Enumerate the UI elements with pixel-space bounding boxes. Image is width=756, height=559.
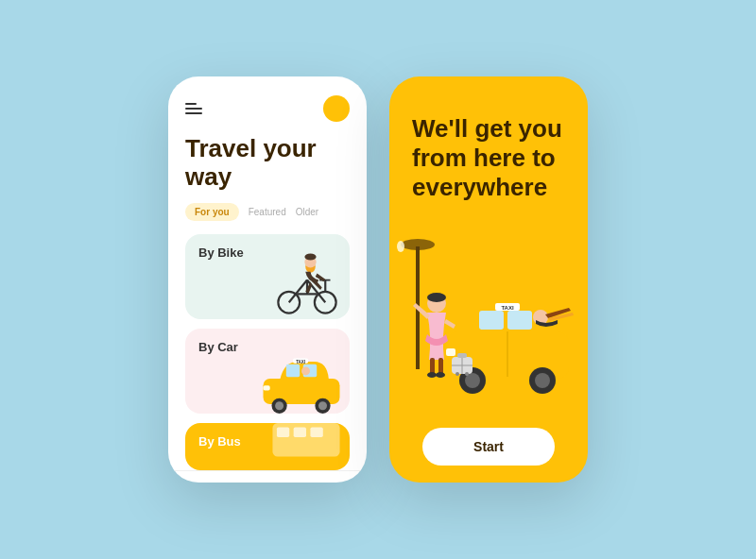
phone-right: We'll get you from here to everywhere: [389, 76, 588, 483]
location-icon: ◎: [285, 481, 299, 483]
nav-location[interactable]: ◎: [285, 481, 299, 483]
tab-for-you[interactable]: For you: [185, 203, 239, 221]
svg-point-15: [275, 401, 284, 410]
right-phone-title: We'll get you from here to everywhere: [412, 114, 565, 203]
cards-area: By Bike: [185, 234, 350, 470]
svg-rect-31: [507, 311, 532, 330]
svg-point-52: [465, 372, 469, 376]
car-illustration: TAXI: [259, 352, 344, 414]
svg-rect-30: [479, 311, 504, 330]
phone-left: Travel your way For you Featured Older B…: [168, 76, 367, 483]
svg-rect-12: [286, 364, 300, 377]
bike-card-label: By Bike: [198, 246, 244, 260]
svg-point-27: [401, 239, 435, 250]
svg-rect-39: [446, 348, 455, 356]
bike-illustration: [274, 248, 340, 319]
menu-icon[interactable]: [185, 103, 202, 114]
svg-point-28: [397, 241, 404, 252]
start-button[interactable]: Start: [422, 428, 555, 466]
svg-rect-25: [310, 427, 322, 437]
home-icon: ⌂: [195, 481, 204, 483]
phones-container: Travel your way For you Featured Older B…: [168, 76, 588, 483]
phone-header: [185, 95, 350, 122]
svg-point-17: [318, 401, 327, 410]
bus-card[interactable]: By Bus: [185, 423, 350, 470]
car-card-label: By Car: [198, 340, 238, 354]
svg-text:TAXI: TAXI: [296, 360, 305, 364]
svg-point-51: [455, 372, 459, 376]
start-button-container: Start: [422, 428, 555, 466]
bus-card-label: By Bus: [198, 434, 241, 449]
tab-older[interactable]: Older: [296, 207, 318, 217]
svg-point-10: [304, 253, 316, 260]
filter-tabs: For you Featured Older: [185, 203, 350, 221]
svg-point-42: [427, 293, 446, 302]
clock-icon: ☽: [238, 481, 251, 483]
nav-music[interactable]: ♪: [333, 481, 340, 483]
taxi-scene-illustration: TAXI: [389, 237, 588, 426]
main-title: Travel your way: [185, 135, 350, 192]
music-icon: ♪: [333, 481, 340, 483]
bike-card[interactable]: By Bike: [185, 234, 350, 319]
svg-point-45: [427, 372, 437, 378]
bus-illustration: [268, 423, 344, 470]
car-card[interactable]: By Car: [185, 329, 350, 414]
tab-featured[interactable]: Featured: [249, 207, 286, 217]
svg-point-38: [535, 373, 550, 388]
svg-point-21: [301, 366, 310, 375]
bottom-nav: ⌂ ☽ ◎ ♪: [168, 470, 367, 483]
svg-rect-50: [457, 353, 467, 358]
nav-home[interactable]: ⌂: [195, 481, 204, 483]
svg-rect-24: [294, 427, 306, 437]
svg-point-46: [436, 372, 445, 378]
svg-rect-20: [264, 385, 270, 390]
notification-dot: [323, 95, 350, 122]
svg-rect-23: [277, 427, 289, 437]
svg-text:TAXI: TAXI: [501, 305, 514, 311]
nav-history[interactable]: ☽: [238, 481, 251, 483]
